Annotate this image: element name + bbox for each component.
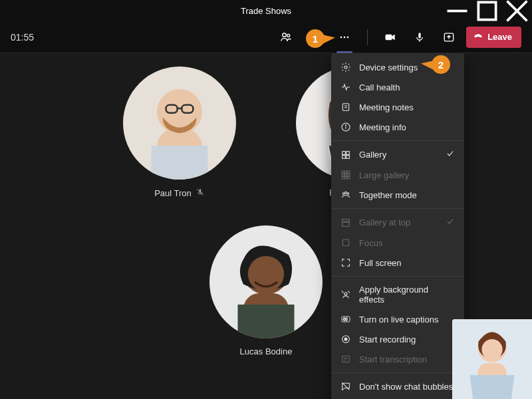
more-actions-menu: Device settings Call health Meeting note… [331, 53, 464, 399]
call-timer: 01:55 [11, 32, 34, 43]
participant-tile: Paul Tron [106, 53, 253, 199]
transcription-icon [340, 354, 351, 364]
svg-point-53 [347, 193, 349, 195]
svg-rect-9 [386, 34, 392, 39]
menu-together-mode[interactable]: Together mode [331, 185, 464, 205]
svg-point-8 [347, 36, 349, 38]
menu-turn-off-incoming[interactable]: Turn off incoming video [331, 396, 464, 399]
menu-large-gallery: Large gallery [331, 165, 464, 185]
pulse-icon [340, 82, 351, 92]
menu-start-recording[interactable]: Start recording [331, 329, 464, 349]
menu-start-transcription: Start transcription [331, 349, 464, 369]
focus-icon [340, 237, 351, 248]
svg-rect-50 [348, 177, 350, 179]
svg-rect-56 [342, 239, 348, 245]
svg-rect-54 [342, 219, 350, 221]
self-view-tile[interactable] [452, 319, 532, 399]
gear-icon [340, 62, 351, 72]
mic-muted-icon [196, 188, 205, 199]
menu-separator [331, 372, 464, 373]
svg-point-37 [345, 125, 346, 126]
window-title: Trade Shows [241, 6, 291, 16]
annotation-callout-1: 1 [306, 29, 325, 48]
svg-rect-41 [346, 155, 350, 158]
svg-point-5 [287, 34, 290, 37]
svg-point-4 [283, 33, 286, 37]
svg-line-59 [348, 291, 350, 293]
leave-label: Leave [487, 32, 512, 42]
info-icon [340, 122, 351, 132]
svg-rect-48 [342, 177, 344, 179]
background-icon [340, 289, 351, 300]
svg-rect-1 [478, 2, 495, 19]
menu-separator [331, 208, 464, 209]
svg-rect-39 [346, 151, 350, 154]
camera-button[interactable] [378, 25, 402, 49]
svg-rect-64 [342, 356, 350, 362]
svg-rect-19 [152, 146, 208, 180]
svg-point-31 [344, 66, 347, 68]
share-button[interactable] [437, 25, 461, 49]
gallery-top-icon [340, 217, 351, 228]
together-icon [340, 190, 351, 200]
svg-rect-30 [238, 305, 295, 338]
svg-rect-40 [342, 155, 346, 158]
record-icon [340, 334, 351, 344]
svg-line-58 [342, 291, 344, 293]
avatar [123, 66, 236, 180]
maximize-button[interactable] [472, 0, 502, 21]
window-controls [442, 0, 532, 21]
call-toolbar: 01:55 Leave [0, 21, 532, 53]
menu-separator [331, 140, 464, 141]
chat-off-icon [340, 381, 351, 392]
svg-point-51 [342, 193, 344, 195]
hangup-icon [473, 31, 483, 43]
menu-live-captions[interactable]: CC Turn on live captions [331, 309, 464, 329]
menu-separator [331, 276, 464, 277]
svg-rect-44 [348, 171, 350, 173]
minimize-button[interactable] [442, 0, 472, 21]
menu-apply-bg[interactable]: Apply background effects [331, 280, 464, 309]
grid-icon [340, 150, 351, 160]
menu-full-screen[interactable]: Full screen [331, 253, 464, 273]
svg-point-74 [481, 339, 502, 360]
svg-rect-10 [418, 33, 420, 38]
svg-point-63 [344, 338, 347, 340]
participant-name: Lucas Bodine [240, 346, 293, 356]
people-button[interactable] [274, 25, 298, 49]
svg-rect-42 [342, 171, 344, 173]
cc-icon: CC [340, 314, 351, 325]
check-icon [446, 217, 455, 228]
menu-focus: Focus [331, 233, 464, 253]
fullscreen-icon [340, 257, 351, 268]
svg-text:CC: CC [343, 318, 348, 321]
svg-point-57 [344, 293, 347, 295]
annotation-callout-2: 2 [432, 55, 450, 74]
svg-rect-55 [342, 222, 350, 226]
avatar [209, 225, 323, 338]
svg-rect-45 [342, 174, 344, 176]
menu-gallery-at-top: Gallery at top [331, 212, 464, 233]
svg-rect-47 [348, 174, 350, 176]
svg-rect-49 [344, 177, 346, 179]
mic-button[interactable] [408, 25, 432, 49]
menu-dont-show-chat[interactable]: Don't show chat bubbles [331, 376, 464, 396]
menu-gallery[interactable]: Gallery [331, 144, 464, 165]
more-actions-button[interactable] [332, 25, 356, 49]
menu-meeting-notes[interactable]: Meeting notes [331, 97, 464, 117]
toolbar-divider [367, 29, 368, 45]
svg-rect-46 [344, 174, 346, 176]
svg-point-52 [345, 192, 347, 194]
svg-rect-38 [342, 151, 346, 154]
check-icon [446, 149, 455, 160]
svg-point-6 [340, 36, 342, 38]
svg-rect-32 [342, 104, 348, 111]
menu-call-health[interactable]: Call health [331, 77, 464, 97]
menu-meeting-info[interactable]: Meeting info [331, 117, 464, 137]
close-button[interactable] [502, 0, 532, 21]
svg-point-7 [344, 36, 346, 38]
leave-button[interactable]: Leave [466, 27, 521, 48]
notes-icon [340, 102, 351, 112]
svg-rect-43 [344, 171, 346, 173]
title-bar: Trade Shows [0, 0, 532, 21]
